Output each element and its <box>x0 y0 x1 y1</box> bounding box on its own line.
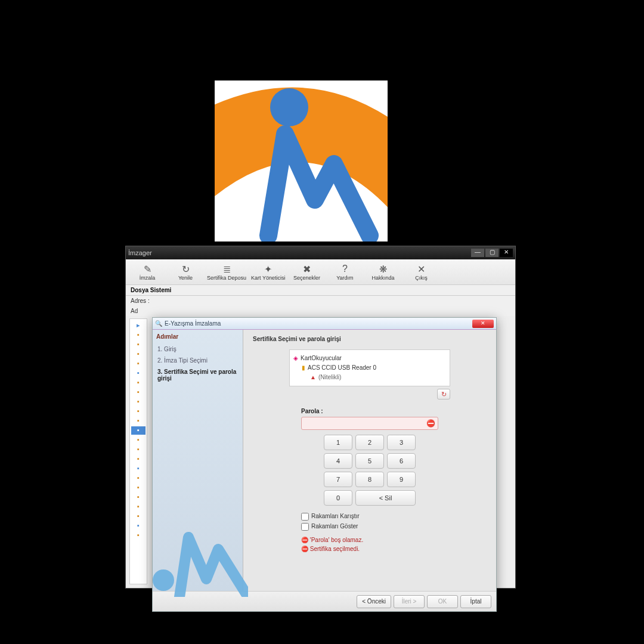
folder-icon[interactable]: ▪ <box>131 331 145 339</box>
key-5[interactable]: 5 <box>355 453 384 469</box>
minimize-button[interactable]: — <box>471 249 484 257</box>
main-toolbar: ✎İmzala ↻Yenile ≣Sertifika Deposu ✦Kart … <box>126 259 515 285</box>
step-2[interactable]: 2. İmza Tipi Seçimi <box>156 355 239 366</box>
tool-imzala[interactable]: ✎İmzala <box>131 263 164 281</box>
parola-input[interactable]: ⛔ <box>301 417 438 430</box>
folder-icon[interactable]: ▪ <box>131 455 145 463</box>
key-6[interactable]: 6 <box>387 453 416 469</box>
key-7[interactable]: 7 <box>324 472 352 487</box>
sign-icon: ✎ <box>141 263 153 275</box>
tool-hakkinda[interactable]: ❋Hakkında <box>366 263 400 281</box>
column-header-row: Ad <box>126 306 515 316</box>
wizard-logo-icon <box>147 507 248 597</box>
tool-yardim[interactable]: ?Yardım <box>328 263 361 281</box>
file-tree[interactable]: ▸ ▪ ▪ ▪ ▪ ▪ ▪ ▪ ▪ ▪ ▪ ▪ ▪ ▪ ▪ ▪ ▪ ▪ ▪ ▪ <box>129 318 147 584</box>
settings-icon: ✖ <box>301 263 312 275</box>
key-8[interactable]: 8 <box>355 472 384 487</box>
address-label: Adres : <box>131 298 150 304</box>
tool-yenile[interactable]: ↻Yenile <box>169 263 202 281</box>
column-ad: Ad <box>131 308 138 314</box>
key-0[interactable]: 0 <box>324 490 352 506</box>
step-3[interactable]: 3. Sertifika Seçimi ve parola girişi <box>156 366 239 384</box>
prev-button[interactable]: < Önceki <box>357 595 391 608</box>
key-4[interactable]: 4 <box>324 453 352 469</box>
tree-root: KartOkuyucular <box>301 355 342 361</box>
folder-icon[interactable]: ▪ <box>131 522 145 530</box>
folder-icon[interactable]: ▪ <box>131 445 145 454</box>
key-2[interactable]: 2 <box>355 435 384 450</box>
refresh-readers-button[interactable]: ↻ <box>437 389 450 400</box>
folder-icon[interactable]: ▸ <box>131 321 145 330</box>
cert-icon: ▲ <box>310 374 316 380</box>
error-parola-empty: 'Parola' boş olamaz. <box>301 535 438 544</box>
steps-header: Adımlar <box>156 333 239 340</box>
ok-button[interactable]: OK <box>427 595 458 608</box>
refresh-icon: ↻ <box>179 263 191 275</box>
check-mix[interactable]: Rakamları Karıştır <box>301 512 438 522</box>
help-icon: ? <box>339 263 351 275</box>
next-button[interactable]: İleri > <box>394 595 425 608</box>
dialog-close-button[interactable]: ✕ <box>472 320 494 328</box>
tree-cert-suffix[interactable]: (Nitelikli) <box>318 374 341 380</box>
key-3[interactable]: 3 <box>387 435 416 450</box>
address-row: Adres : <box>126 296 515 306</box>
svg-point-1 <box>153 569 174 591</box>
maximize-button[interactable]: ▢ <box>485 249 499 257</box>
folder-icon[interactable]: ▪ <box>131 436 145 444</box>
folder-icon[interactable]: ▪ <box>131 388 145 397</box>
titlebar: İmzager — ▢ ✕ <box>126 246 515 259</box>
tool-sertifika-deposu[interactable]: ≣Sertifika Deposu <box>207 263 246 281</box>
folder-icon[interactable]: ▪ <box>131 407 145 416</box>
error-cert-not-selected: Sertifika seçilmedi. <box>301 544 438 553</box>
logo-card <box>215 80 388 242</box>
check-show[interactable]: Rakamları Göster <box>301 522 438 532</box>
folder-icon[interactable]: ▪ <box>131 426 145 435</box>
folder-icon[interactable]: ▪ <box>131 417 145 425</box>
dialog-title: E-Yazışma İmzalama <box>165 320 221 327</box>
card-icon: ✦ <box>262 263 274 275</box>
check-mix-input[interactable] <box>301 513 309 521</box>
folder-icon[interactable]: ▪ <box>131 340 145 349</box>
step-1[interactable]: 1. Giriş <box>156 343 239 355</box>
warning-icon: ⛔ <box>426 419 435 428</box>
steps-panel: Adımlar 1. Giriş 2. İmza Tipi Seçimi 3. … <box>153 330 243 591</box>
filesystem-panel: ▸ ▪ ▪ ▪ ▪ ▪ ▪ ▪ ▪ ▪ ▪ ▪ ▪ ▪ ▪ ▪ ▪ ▪ ▪ ▪ <box>126 316 515 588</box>
search-icon: 🔍 <box>155 320 162 327</box>
reader-tree[interactable]: ◈KartOkuyucular ▮ACS CCID USB Reader 0 ▲… <box>289 349 450 386</box>
svg-point-0 <box>270 88 308 126</box>
main-window: İmzager — ▢ ✕ ✎İmzala ↻Yenile ≣Sertifika… <box>125 246 516 589</box>
tool-cikis[interactable]: ✕Çıkış <box>404 263 438 281</box>
folder-icon[interactable]: ▪ <box>131 379 145 387</box>
folder-icon[interactable]: ▪ <box>131 531 145 540</box>
key-9[interactable]: 9 <box>387 472 416 487</box>
close-button[interactable]: ✕ <box>500 249 513 257</box>
dialog-titlebar: 🔍 E-Yazışma İmzalama ✕ <box>153 318 496 330</box>
tree-reader[interactable]: ACS CCID USB Reader 0 <box>308 364 376 371</box>
dialog-content: Sertifika Seçimi ve parola girişi ◈KartO… <box>243 330 496 591</box>
folder-icon[interactable]: ▪ <box>131 465 145 473</box>
folder-icon[interactable]: ▪ <box>131 484 145 492</box>
tool-secenekler[interactable]: ✖Seçenekler <box>290 263 323 281</box>
check-show-input[interactable] <box>301 523 309 531</box>
tool-kart-yoneticisi[interactable]: ✦Kart Yöneticisi <box>251 263 285 281</box>
signing-dialog: 🔍 E-Yazışma İmzalama ✕ Adımlar 1. Giriş … <box>152 317 497 612</box>
filesystem-label: Dosya Sistemi <box>126 285 515 296</box>
store-icon: ≣ <box>221 263 233 275</box>
folder-icon[interactable]: ▪ <box>131 398 145 406</box>
key-delete[interactable]: < Sil <box>355 490 416 506</box>
app-logo-icon <box>215 80 388 242</box>
usb-icon: ▮ <box>302 364 305 371</box>
folder-icon[interactable]: ▪ <box>131 503 145 511</box>
exit-icon: ✕ <box>415 263 427 275</box>
folder-icon[interactable]: ▪ <box>131 360 145 368</box>
key-1[interactable]: 1 <box>324 435 352 450</box>
folder-icon[interactable]: ▪ <box>131 512 145 521</box>
folder-icon[interactable]: ▪ <box>131 493 145 501</box>
folder-icon[interactable]: ▪ <box>131 474 145 482</box>
about-icon: ❋ <box>377 263 389 275</box>
parola-label: Parola : <box>301 408 438 414</box>
cancel-button[interactable]: İptal <box>460 595 491 608</box>
section-title: Sertifika Seçimi ve parola girişi <box>253 336 487 342</box>
folder-icon[interactable]: ▪ <box>131 350 145 358</box>
folder-icon[interactable]: ▪ <box>131 369 145 377</box>
